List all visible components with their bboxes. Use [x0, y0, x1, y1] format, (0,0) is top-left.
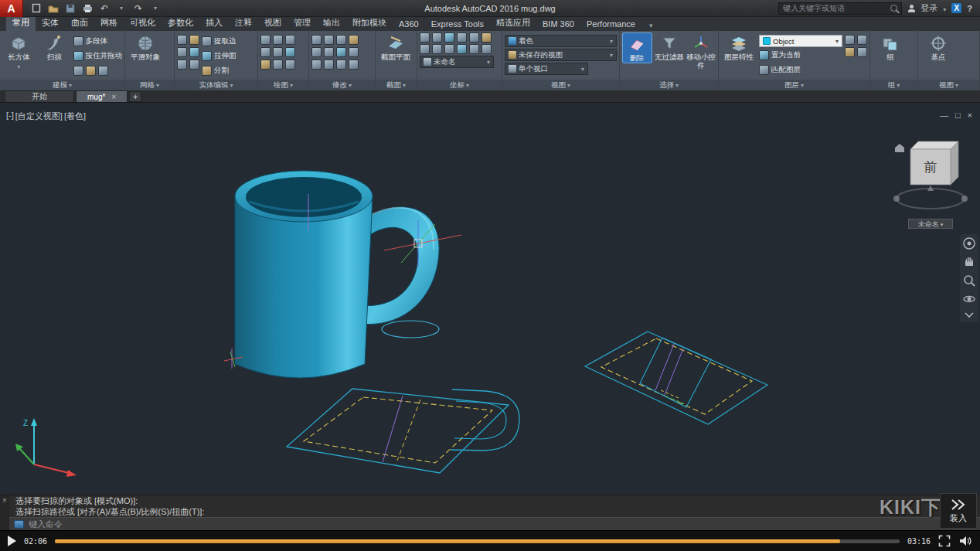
- ucs-face-icon[interactable]: [457, 32, 467, 43]
- ucs-y-icon[interactable]: [469, 44, 479, 54]
- panel-title-mesh[interactable]: 网格: [125, 80, 174, 90]
- panel-title-solid-editing[interactable]: 实体编辑: [175, 80, 257, 90]
- erase-small-icon[interactable]: [349, 35, 359, 45]
- hatch-icon[interactable]: [260, 60, 271, 70]
- load-overlay-button[interactable]: 装入: [940, 493, 977, 529]
- ribbon-tab-featured-apps[interactable]: 精选应用: [490, 15, 536, 31]
- group-button[interactable]: 组: [873, 32, 908, 62]
- intersect-icon[interactable]: [177, 47, 187, 57]
- play-button[interactable]: [8, 536, 16, 546]
- file-tab-mug[interactable]: mug*: [76, 90, 128, 102]
- help-search-input[interactable]: 键入关键字或短语: [778, 2, 902, 15]
- viewcube[interactable]: 前 未命名: [890, 137, 971, 229]
- exchange-apps-icon[interactable]: X: [951, 3, 961, 13]
- rotate-icon[interactable]: [324, 35, 334, 45]
- panel-title-modeling[interactable]: 建模: [0, 80, 124, 90]
- layer-combo[interactable]: Object: [759, 35, 842, 47]
- viewport-config-combo[interactable]: 单个视口: [505, 63, 588, 75]
- ellipse-icon[interactable]: [285, 47, 295, 57]
- ucs-icon[interactable]: [432, 32, 442, 43]
- separate-button[interactable]: 分割: [202, 64, 236, 77]
- named-ucs-combo[interactable]: 未命名: [420, 56, 494, 68]
- ribbon-tab-a360[interactable]: A360: [393, 18, 425, 31]
- presspull-button[interactable]: 按住并拖动: [73, 49, 123, 63]
- trim-icon[interactable]: [336, 35, 346, 45]
- video-progress-track[interactable]: [55, 539, 900, 543]
- fullscreen-icon[interactable]: [938, 535, 951, 547]
- mug-3d-model[interactable]: [224, 171, 439, 378]
- circle-icon[interactable]: [285, 35, 295, 45]
- line-icon[interactable]: [260, 35, 271, 45]
- panel-title-modify[interactable]: 修改: [309, 80, 375, 90]
- ribbon-tab-visualize[interactable]: 可视化: [124, 15, 162, 31]
- plot-icon[interactable]: [80, 2, 94, 15]
- move-gizmo-button[interactable]: 移动小控件: [686, 32, 716, 70]
- ribbon-tab-annotate[interactable]: 注释: [229, 15, 258, 31]
- ucs-z-icon[interactable]: [481, 44, 492, 54]
- mirror-icon[interactable]: [324, 47, 334, 57]
- panel-title-coordinates[interactable]: 坐标: [417, 80, 502, 90]
- base-point-button[interactable]: 基点: [920, 32, 956, 62]
- file-tab-start[interactable]: 开始: [5, 90, 74, 102]
- viewport-minimize-icon[interactable]: —: [940, 111, 948, 120]
- scale-icon[interactable]: [324, 60, 334, 70]
- viewport-close-icon[interactable]: ×: [968, 111, 972, 120]
- open-folder-icon[interactable]: [46, 2, 60, 15]
- app-menu-button[interactable]: A: [0, 0, 23, 17]
- orbit-icon[interactable]: [962, 292, 976, 306]
- panel-title-section[interactable]: 截面: [376, 80, 417, 90]
- slice-icon[interactable]: [189, 47, 199, 57]
- panel-title-view-right[interactable]: 视图: [918, 80, 979, 90]
- redo-icon[interactable]: ↷: [131, 2, 145, 15]
- undo-dropdown-icon[interactable]: [114, 2, 128, 15]
- viewport-menu-control[interactable]: [-]: [6, 111, 14, 122]
- save-icon[interactable]: [63, 2, 77, 15]
- subtract-icon[interactable]: [189, 35, 199, 45]
- ucs-object-icon[interactable]: [469, 32, 479, 43]
- ribbon-tab-output[interactable]: 输出: [317, 15, 346, 31]
- search-icon[interactable]: [890, 5, 897, 12]
- panel-title-view[interactable]: 视图: [502, 80, 619, 90]
- polysolid-button[interactable]: 多段体: [73, 35, 123, 48]
- gradient-icon[interactable]: [273, 60, 283, 70]
- ucs-3point-icon[interactable]: [444, 44, 454, 54]
- match-layer-button[interactable]: 匹配图层: [759, 63, 842, 77]
- ribbon-tab-bim360[interactable]: BIM 360: [536, 18, 580, 31]
- ribbon-tab-insert[interactable]: 插入: [199, 15, 229, 31]
- sweep-button[interactable]: 扫掠: [38, 32, 71, 62]
- explode-icon[interactable]: [349, 47, 359, 57]
- ucs-previous-icon[interactable]: [444, 32, 454, 43]
- ribbon-tab-home[interactable]: 常用: [6, 15, 36, 31]
- smooth-object-button[interactable]: 平滑对象: [128, 32, 163, 62]
- box-button[interactable]: 长方体: [2, 32, 36, 71]
- flat-pattern-right[interactable]: [585, 332, 767, 424]
- ribbon-collapse-icon[interactable]: ▾: [646, 20, 656, 31]
- command-input[interactable]: 键入命令: [9, 517, 980, 530]
- extrude-faces-button[interactable]: 拉伸面: [202, 49, 236, 63]
- ucs-x-icon[interactable]: [457, 44, 467, 54]
- flat-pattern-left[interactable]: [287, 389, 519, 473]
- ucs-view-icon[interactable]: [481, 32, 492, 43]
- panel-title-selection[interactable]: 选择: [620, 80, 718, 90]
- ribbon-tab-express-tools[interactable]: Express Tools: [425, 18, 490, 31]
- make-current-button[interactable]: 置为当前: [759, 49, 842, 62]
- box-dropdown-icon[interactable]: [17, 63, 20, 71]
- erase-button[interactable]: 删除: [622, 32, 652, 63]
- fillet-icon[interactable]: [336, 47, 346, 57]
- volume-icon[interactable]: [958, 535, 972, 547]
- ribbon-tab-mesh[interactable]: 网格: [94, 15, 124, 31]
- pan-icon[interactable]: [962, 255, 976, 269]
- ribbon-tab-performance[interactable]: Performance: [580, 18, 641, 31]
- visual-style-combo[interactable]: 着色: [505, 35, 617, 47]
- visual-style-control[interactable]: [着色]: [64, 111, 86, 122]
- ribbon-tab-solid[interactable]: 实体: [36, 15, 65, 31]
- layer-isolate-icon[interactable]: [857, 47, 867, 57]
- layer-lock-icon[interactable]: [845, 47, 855, 57]
- viewport-restore-icon[interactable]: □: [955, 111, 961, 120]
- named-views-combo[interactable]: 未保存的视图: [505, 49, 617, 61]
- imprint-icon[interactable]: [189, 60, 199, 70]
- ucs-origin-icon[interactable]: [420, 44, 430, 54]
- section-plane-button[interactable]: 截面平面: [378, 32, 413, 62]
- union-icon[interactable]: [177, 35, 187, 45]
- ribbon-tab-addins[interactable]: 附加模块: [346, 15, 393, 31]
